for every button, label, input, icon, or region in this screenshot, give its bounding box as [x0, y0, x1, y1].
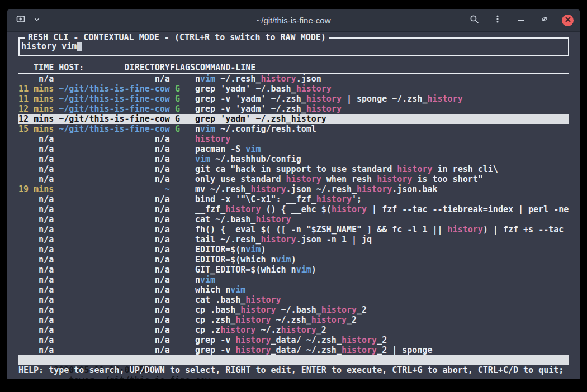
- command-cell: EDITOR=$(which nvim): [195, 255, 569, 265]
- time-cell: 15 mins: [18, 124, 54, 134]
- host-cell: n/a: [59, 335, 170, 345]
- history-row[interactable]: n/a n/a__fzf_history () { __ehc $(histor…: [18, 204, 569, 214]
- time-cell: n/a: [18, 245, 54, 255]
- gap-cell: [54, 315, 59, 325]
- time-cell: n/a: [18, 154, 54, 164]
- command-cell: pacman -S vim: [195, 144, 569, 154]
- search-box-title: RESH CLI - CONTEXTUAL MODE - (CTRL+R to …: [25, 32, 329, 42]
- history-row[interactable]: 11 mins ~/git/this-is-fine-cowGgrep -v '…: [18, 94, 569, 104]
- history-row[interactable]: n/a n/acat ~/.bash_history: [18, 214, 569, 224]
- command-cell: history: [195, 134, 569, 144]
- history-row[interactable]: 11 mins ~/git/this-is-fine-cowGgrep 'yad…: [18, 84, 569, 94]
- tab-dropdown-button[interactable]: [31, 14, 43, 26]
- command-cell: bind -x '"\C-x1": __fzf_history';: [195, 194, 569, 204]
- flags-cell: G: [170, 104, 195, 114]
- host-cell: ~/git/this-is-fine-cow: [59, 94, 170, 104]
- history-row[interactable]: n/a n/ahistory: [18, 134, 569, 144]
- history-row[interactable]: n/a n/apacman -S vim: [18, 144, 569, 154]
- flags-cell: [170, 255, 195, 265]
- time-cell: 12 mins: [18, 114, 54, 124]
- close-button[interactable]: [562, 15, 574, 26]
- titlebar[interactable]: ~/git/this-is-fine-cow: [7, 9, 580, 32]
- history-row[interactable]: n/a n/acp .zsh_history ~/.zsh_history_2: [18, 315, 569, 325]
- minimize-button[interactable]: [515, 14, 527, 26]
- history-row[interactable]: n/a n/afh() { eval $( ([ -n "$ZSH_NAME" …: [18, 224, 569, 235]
- new-tab-icon: [16, 15, 25, 26]
- host-cell: ~/git/this-is-fine-cow: [59, 124, 170, 134]
- command-cell: cat ~/.bash_history: [195, 214, 569, 224]
- history-row[interactable]: 12 mins ~/git/this-is-fine-cowGgrep 'yad…: [18, 114, 569, 124]
- command-cell: nvim ~/.resh_history.json: [195, 74, 569, 84]
- gap-cell: [54, 94, 59, 104]
- time-cell: n/a: [18, 144, 54, 154]
- history-row[interactable]: n/a n/anvim ~/.resh_history.json: [18, 74, 569, 84]
- history-row[interactable]: n/a n/acat .bash_history: [18, 295, 569, 305]
- search-box: RESH CLI - CONTEXTUAL MODE - (CTRL+R to …: [18, 37, 569, 56]
- command-cell: grep -v 'yadm' ~/.zsh_history | sponge ~…: [195, 94, 569, 104]
- kebab-menu-icon: [493, 15, 502, 26]
- minimize-icon: [518, 20, 524, 21]
- header-host-directory: HOST:DIRECTORY: [59, 63, 170, 73]
- history-row[interactable]: n/a n/abind -x '"\C-x1": __fzf_history';: [18, 194, 569, 204]
- history-row[interactable]: n/a n/anvim: [18, 275, 569, 285]
- command-cell: git ca "hack in support to use standard …: [195, 164, 569, 174]
- history-row[interactable]: n/a n/acp .zhistory ~/.zhistory_2: [18, 325, 569, 335]
- gap-cell: [54, 235, 59, 245]
- gap-cell: [54, 305, 59, 315]
- flags-cell: [170, 315, 195, 325]
- time-cell: n/a: [18, 295, 54, 305]
- time-cell: n/a: [18, 275, 54, 285]
- history-row[interactable]: n/a n/avim ~/.bashhub/config: [18, 154, 569, 164]
- flags-cell: [170, 214, 195, 224]
- history-row[interactable]: 12 mins ~/git/this-is-fine-cowGgrep -v '…: [18, 104, 569, 114]
- command-cell: grep 'yadm' ~/.zsh_history: [195, 114, 569, 124]
- flags-cell: [170, 164, 195, 174]
- host-cell: ~/git/this-is-fine-cow: [59, 84, 170, 94]
- flags-cell: [170, 275, 195, 285]
- history-row[interactable]: n/a n/aEDITOR=$(which nvim): [18, 255, 569, 265]
- history-row[interactable]: 15 mins ~/git/this-is-fine-cowGnvim ~/.c…: [18, 124, 569, 134]
- history-row[interactable]: n/a n/atail ~/.resh_history.json -n 1 | …: [18, 235, 569, 245]
- gap-cell: [54, 104, 59, 114]
- history-row[interactable]: n/a n/acp .bash_history ~/.bash_history_…: [18, 305, 569, 315]
- history-row[interactable]: n/a n/agrep -v history_data/ ~/.zsh_hist…: [18, 335, 569, 345]
- time-cell: n/a: [18, 134, 54, 144]
- menu-button[interactable]: [491, 14, 504, 26]
- flags-cell: G: [170, 94, 195, 104]
- gap-cell: [54, 144, 59, 154]
- history-row[interactable]: n/a n/agit ca "hack in support to use st…: [18, 164, 569, 174]
- flags-cell: [170, 74, 195, 84]
- time-cell: 12 mins: [18, 104, 54, 114]
- history-row[interactable]: n/a n/aonly use standard history when re…: [18, 174, 569, 184]
- history-row[interactable]: n/a n/aGIT_EDITOR=$(which nvim): [18, 265, 569, 275]
- host-cell: ~/git/this-is-fine-cow: [59, 114, 170, 124]
- table-header: TIME HOST:DIRECTORY FLAGS COMMAND-LINE: [18, 63, 569, 74]
- time-cell: n/a: [18, 325, 54, 335]
- flags-cell: [170, 335, 195, 345]
- new-tab-button[interactable]: [15, 14, 27, 26]
- command-cell: tail ~/.resh_history.json -n 1 | jq: [195, 235, 569, 245]
- host-cell: n/a: [59, 224, 170, 235]
- host-cell: n/a: [59, 74, 170, 84]
- host-cell: n/a: [59, 235, 170, 245]
- header-time: TIME: [18, 63, 54, 73]
- command-cell: cat .bash_history: [195, 295, 569, 305]
- host-cell: n/a: [59, 285, 170, 295]
- time-cell: 11 mins: [18, 84, 54, 94]
- time-cell: n/a: [18, 204, 54, 214]
- command-cell: cp .zsh_history ~/.zsh_history_2: [195, 315, 569, 325]
- restore-button[interactable]: [538, 14, 551, 26]
- gap-cell: [54, 164, 59, 174]
- search-button[interactable]: [468, 14, 480, 26]
- command-cell: fh() { eval $( ([ -n "$ZSH_NAME" ] && fc…: [195, 224, 569, 235]
- flags-cell: [170, 194, 195, 204]
- close-icon: [565, 15, 571, 25]
- history-row[interactable]: n/a n/agrep -v history_data/ ~/.zsh_hist…: [18, 345, 569, 355]
- history-row[interactable]: n/a n/awhich nvim: [18, 285, 569, 295]
- command-cell: grep -v history_data/ ~/.zsh_history_2: [195, 335, 569, 345]
- host-cell: n/a: [59, 154, 170, 164]
- host-cell: n/a: [59, 204, 170, 214]
- history-row[interactable]: n/a n/aEDITOR=$(nvim): [18, 245, 569, 255]
- time-cell: 11 mins: [18, 94, 54, 104]
- history-row[interactable]: 19 mins ~mv ~/.resh_history.json ~/.resh…: [18, 184, 569, 194]
